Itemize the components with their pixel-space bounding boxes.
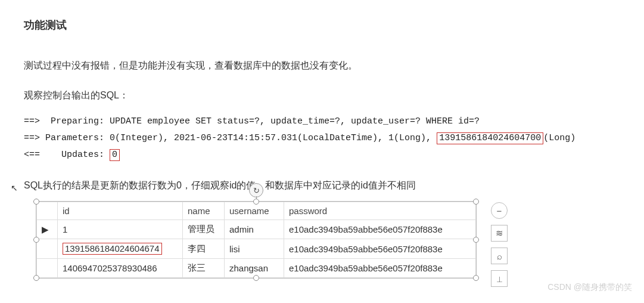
crop-button[interactable]: ⟂ [491, 270, 508, 287]
rotate-handle-icon[interactable]: ↻ [249, 183, 263, 197]
db-table-selection[interactable]: ↻ id name username pa [36, 201, 477, 279]
row-marker: ▶ [37, 220, 58, 239]
sql-line-2a: ==> Parameters: 0(Integer), 2021-06-23T1… [24, 133, 437, 143]
handle-bl[interactable] [33, 275, 39, 281]
handle-bc[interactable] [253, 275, 259, 281]
sql-log: ==> Preparing: UPDATE employee SET statu… [24, 113, 620, 163]
col-password: password [284, 202, 476, 220]
zoom-button[interactable]: ⌕ [491, 248, 508, 264]
handle-br[interactable] [473, 275, 479, 281]
cell-password: e10adc3949ba59abbe56e057f20f883e [284, 220, 476, 239]
cell-name: 管理员 [183, 220, 225, 239]
cell-name: 张三 [183, 259, 225, 278]
layers-icon: ≋ [496, 228, 503, 239]
summary-text: ↖ SQL执行的结果是更新的数据行数为0，仔细观察id的值，和数据库中对应记录的… [24, 176, 620, 195]
layers-button[interactable]: ≋ [491, 225, 508, 242]
cell-username: lisi [225, 239, 284, 259]
table-row: ▶ 1 管理员 admin e10adc3949ba59abbe56e057f2… [37, 220, 476, 239]
summary-span: SQL执行的结果是更新的数据行数为0，仔细观察id的值，和数据库中对应记录的id… [24, 180, 416, 190]
rotate-glyph: ↻ [253, 186, 260, 195]
cell-password: e10adc3949ba59abbe56e057f20f883e [284, 239, 476, 259]
cell-username: admin [225, 220, 284, 239]
sql-line-2c: (Long) [543, 133, 575, 143]
cell-id: 1391586184024604674 [58, 239, 183, 259]
watermark: CSDN @随身携带的笑 [547, 282, 632, 293]
db-table: id name username password ▶ 1 管理员 admin … [36, 202, 476, 278]
handle-mr[interactable] [473, 237, 479, 243]
col-id: id [58, 202, 183, 220]
row-marker [37, 259, 58, 278]
sql-updates-box: 0 [110, 149, 120, 161]
handle-tr[interactable] [473, 199, 479, 205]
zoom-icon: ⌕ [497, 251, 502, 261]
row-marker [37, 239, 58, 259]
sql-line-3a: <== Updates: [24, 150, 110, 160]
id-mismatch-box: 1391586184024604674 [63, 243, 162, 255]
col-name: name [183, 202, 225, 220]
sql-id-box: 1391586184024604700 [437, 132, 543, 144]
paragraph-2: 观察控制台输出的SQL： [24, 86, 620, 105]
table-header-row: id name username password [37, 202, 476, 220]
cell-password: e10adc3949ba59abbe56e057f20f883e [284, 259, 476, 278]
col-username: username [225, 202, 284, 220]
selection-frame: id name username password ▶ 1 管理员 admin … [36, 201, 477, 279]
cursor-icon: ↖ [11, 180, 18, 196]
col-marker [37, 202, 58, 220]
minus-icon: − [497, 206, 502, 216]
cell-name: 李四 [183, 239, 225, 259]
cell-id: 1406947025378930486 [58, 259, 183, 278]
sql-line-1: ==> Preparing: UPDATE employee SET statu… [24, 116, 480, 126]
section-title: 功能测试 [24, 18, 620, 32]
crop-icon: ⟂ [497, 274, 502, 284]
collapse-button[interactable]: − [491, 202, 508, 219]
cell-id: 1 [58, 220, 183, 239]
image-toolbar: − ≋ ⌕ ⟂ [491, 202, 508, 287]
table-row: 1391586184024604674 李四 lisi e10adc3949ba… [37, 239, 476, 259]
paragraph-1: 测试过程中没有报错，但是功能并没有实现，查看数据库中的数据也没有变化。 [24, 56, 620, 75]
